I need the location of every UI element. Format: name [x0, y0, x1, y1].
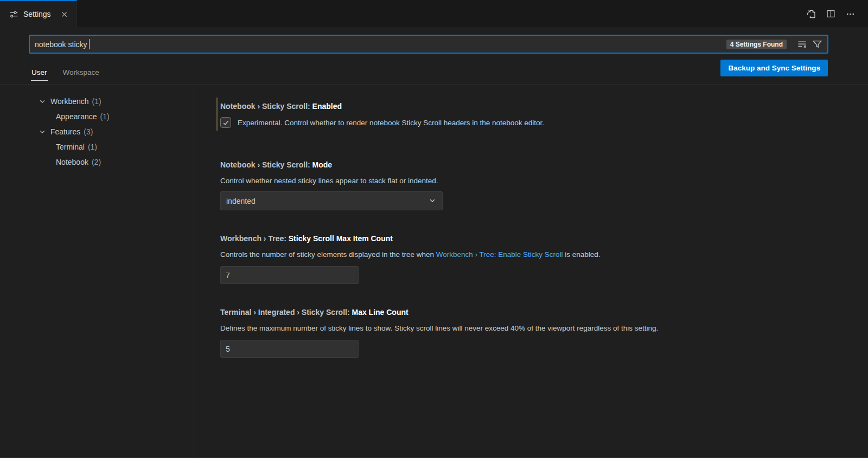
enable-sticky-scroll-link[interactable]: Workbench › Tree: Enable Sticky Scroll [436, 250, 563, 259]
toc-count: (1) [88, 143, 97, 151]
mode-select-dropdown[interactable]: indented [220, 191, 443, 210]
setting-description: Experimental. Control whether to render … [238, 118, 544, 128]
toc-label: Terminal [56, 143, 85, 151]
setting-notebook-sticky-scroll-mode: Notebook › Sticky Scroll: Mode Control w… [220, 159, 846, 210]
toc-label: Notebook [56, 158, 88, 166]
tab-user[interactable]: User [31, 68, 48, 81]
settings-header: User Workspace Backup and Sync Settings [0, 54, 868, 85]
setting-description: Controls the number of sticky elements d… [220, 249, 846, 260]
toc-count: (2) [92, 158, 101, 166]
max-line-count-input[interactable] [220, 340, 359, 358]
settings-sliders-icon [9, 10, 18, 19]
text-caret [89, 39, 90, 49]
setting-title: Workbench › Tree: Sticky Scroll Max Item… [220, 233, 846, 244]
results-count-badge: 4 Settings Found [726, 40, 787, 49]
search-row: notebook sticky 4 Settings Found [0, 27, 868, 54]
setting-notebook-sticky-scroll-enabled: Notebook › Sticky Scroll: Enabled Experi… [220, 101, 846, 128]
editor-tab-bar: Settings [0, 0, 868, 27]
setting-title: Notebook › Sticky Scroll: Mode [220, 159, 846, 170]
vscode-settings-window: Settings [0, 0, 868, 458]
more-actions-icon[interactable] [846, 9, 855, 18]
toc-count: (3) [84, 127, 93, 136]
scope-tabs: User Workspace [31, 68, 100, 84]
setting-title: Notebook › Sticky Scroll: Enabled [220, 101, 846, 112]
toc-label: Features [50, 127, 80, 136]
settings-list: Notebook › Sticky Scroll: Enabled Experi… [194, 85, 868, 457]
split-editor-icon[interactable] [826, 9, 835, 18]
open-settings-json-icon[interactable] [807, 9, 816, 18]
settings-body: Workbench (1) Appearance (1) Features (3… [0, 85, 868, 457]
toc-item-terminal[interactable]: Terminal (1) [0, 139, 194, 154]
setting-description: Control whether nested sticky lines appe… [220, 176, 846, 186]
toc-count: (1) [92, 97, 101, 106]
setting-tree-sticky-scroll-max-item-count: Workbench › Tree: Sticky Scroll Max Item… [220, 233, 846, 284]
toc-item-appearance[interactable]: Appearance (1) [0, 109, 194, 124]
settings-toc-tree: Workbench (1) Appearance (1) Features (3… [0, 85, 194, 457]
setting-description: Defines the maximum number of sticky lin… [220, 323, 846, 333]
select-value: indented [226, 197, 256, 205]
editor-actions [807, 0, 868, 27]
toc-item-notebook[interactable]: Notebook (2) [0, 154, 194, 170]
backup-sync-settings-button[interactable]: Backup and Sync Settings [720, 60, 828, 76]
close-icon[interactable] [60, 10, 69, 19]
toc-label: Appearance [56, 112, 97, 121]
max-item-count-input[interactable] [220, 266, 359, 284]
setting-title: Terminal › Integrated › Sticky Scroll: M… [220, 307, 846, 318]
filter-icon[interactable] [812, 39, 822, 49]
chevron-down-icon [428, 196, 437, 205]
clear-search-results-icon[interactable] [797, 39, 807, 49]
checkbox-checked[interactable] [220, 117, 231, 128]
chevron-down-icon [38, 97, 47, 106]
chevron-down-icon [38, 127, 47, 136]
settings-search-input[interactable]: notebook sticky 4 Settings Found [29, 35, 828, 54]
toc-count: (1) [100, 112, 110, 121]
toc-item-workbench[interactable]: Workbench (1) [0, 94, 194, 109]
search-text: notebook sticky [35, 40, 87, 49]
checkmark-icon [222, 119, 229, 126]
tab-title: Settings [23, 10, 51, 18]
setting-terminal-sticky-scroll-max-line-count: Terminal › Integrated › Sticky Scroll: M… [220, 307, 846, 358]
tab-workspace[interactable]: Workspace [62, 68, 100, 81]
modified-indicator [216, 98, 218, 131]
toc-item-features[interactable]: Features (3) [0, 124, 194, 139]
tab-settings[interactable]: Settings [0, 0, 77, 27]
toc-label: Workbench [50, 97, 89, 106]
